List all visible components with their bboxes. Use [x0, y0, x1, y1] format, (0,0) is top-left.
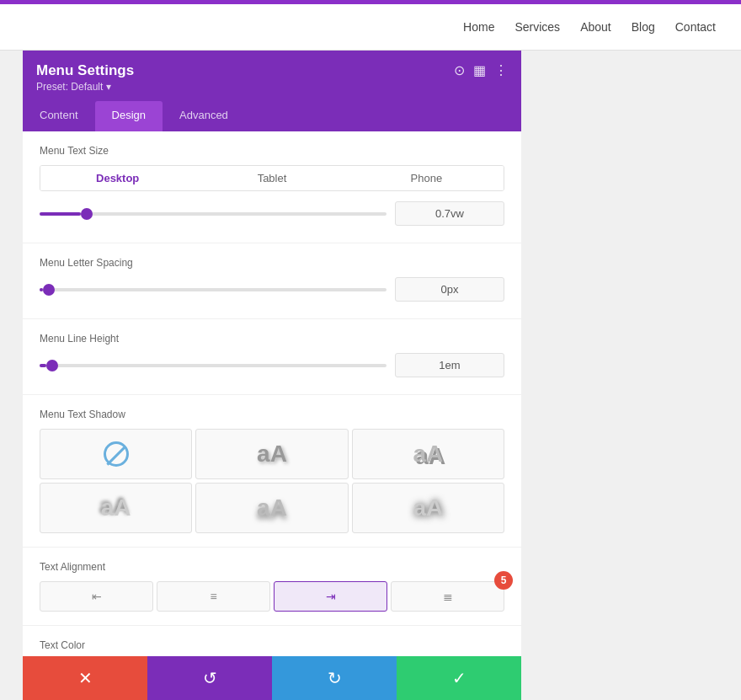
fullscreen-icon[interactable]: ⊙ [454, 62, 465, 78]
top-navigation: Home Services About Blog Contact [0, 4, 741, 51]
text-alignment-label: Text Alignment [40, 561, 504, 573]
nav-links: Home Services About Blog Contact [463, 20, 716, 34]
align-center[interactable]: ≡ [157, 581, 270, 612]
text-size-slider-thumb[interactable] [81, 208, 93, 220]
letter-spacing-section: Menu Letter Spacing 0px [23, 243, 521, 319]
alignment-badge: 5 [494, 571, 513, 590]
shadow-text-4: aA [257, 494, 287, 521]
letter-spacing-slider-row: 0px [40, 277, 504, 302]
shadow-text-5: aA [413, 494, 443, 521]
text-size-slider-fill [40, 212, 81, 216]
text-size-value[interactable]: 0.7vw [395, 201, 504, 226]
text-color-label: Text Color [40, 639, 504, 651]
panel-body: Menu Text Size Desktop Tablet Phone 0.7v… [23, 131, 521, 656]
align-right-icon: ⇥ [326, 590, 336, 603]
line-height-slider-row: 1em [40, 353, 504, 377]
shadow-text-2: aA [413, 441, 443, 468]
align-justify-icon: ≣ [443, 590, 453, 603]
accent-bar [0, 0, 741, 4]
shadow-option-5[interactable]: aA [352, 483, 504, 533]
panel-header-icons: ⊙ ▦ ⋮ [454, 62, 508, 78]
letter-spacing-slider-track[interactable] [40, 288, 386, 291]
nav-blog[interactable]: Blog [632, 20, 655, 34]
alignment-options: ⇤ ≡ ⇥ ≣ [40, 581, 504, 612]
shadow-option-none[interactable] [40, 429, 192, 479]
panel-tabs: Content Design Advanced [23, 101, 521, 131]
line-height-thumb[interactable] [46, 360, 58, 371]
shadow-option-2[interactable]: aA [352, 429, 504, 479]
align-center-icon: ≡ [210, 590, 216, 603]
nav-services[interactable]: Services [514, 20, 560, 34]
undo-button[interactable]: ↺ [147, 656, 272, 700]
menu-settings-panel: Menu Settings Preset: Default ▾ ⊙ ▦ ⋮ Co… [23, 51, 521, 700]
shadow-text-1: aA [257, 441, 287, 468]
cancel-button[interactable]: ✕ [23, 656, 147, 700]
line-height-fill [40, 364, 46, 367]
nav-about[interactable]: About [580, 20, 611, 34]
shadow-option-1[interactable]: aA [195, 429, 348, 479]
letter-spacing-label: Menu Letter Spacing [40, 257, 504, 269]
align-right[interactable]: ⇥ [274, 581, 387, 612]
panel-header: Menu Settings Preset: Default ▾ ⊙ ▦ ⋮ [23, 51, 521, 101]
nav-home[interactable]: Home [463, 20, 494, 34]
no-shadow-icon [104, 441, 129, 467]
panel-preset: Preset: Default ▾ [36, 81, 508, 93]
text-color-section: Text Color Dark Light [23, 626, 521, 656]
line-height-slider-track[interactable] [40, 364, 386, 367]
align-left[interactable]: ⇤ [40, 581, 153, 612]
line-height-label: Menu Line Height [40, 333, 504, 345]
bottom-toolbar: ✕ ↺ ↻ ✓ [23, 656, 521, 700]
tab-content[interactable]: Content [23, 101, 95, 131]
nav-contact[interactable]: Contact [675, 20, 716, 34]
align-justify[interactable]: ≣ [391, 581, 504, 612]
alignment-wrapper: ⇤ ≡ ⇥ ≣ 5 [40, 581, 504, 612]
device-tab-phone[interactable]: Phone [349, 166, 504, 190]
redo-button[interactable]: ↻ [272, 656, 397, 700]
undo-icon: ↺ [203, 668, 217, 688]
shadow-text-3: aA [101, 494, 131, 521]
text-alignment-section: Text Alignment ⇤ ≡ ⇥ ≣ 5 [23, 548, 521, 626]
device-tab-tablet[interactable]: Tablet [195, 166, 349, 190]
menu-text-size-section: Menu Text Size Desktop Tablet Phone 0.7v… [23, 131, 521, 243]
device-tab-desktop[interactable]: Desktop [40, 166, 195, 190]
align-left-icon: ⇤ [92, 590, 102, 603]
panel-title: Menu Settings [36, 62, 508, 79]
text-shadow-label: Menu Text Shadow [40, 409, 504, 420]
shadow-option-4[interactable]: aA [195, 483, 348, 533]
tab-design[interactable]: Design [95, 101, 163, 131]
line-height-section: Menu Line Height 1em [23, 319, 521, 395]
confirm-button[interactable]: ✓ [397, 656, 521, 700]
confirm-icon: ✓ [452, 668, 466, 688]
line-height-value[interactable]: 1em [395, 353, 504, 377]
device-tabs: Desktop Tablet Phone [40, 165, 504, 191]
text-size-slider-track[interactable] [40, 212, 386, 216]
text-shadow-section: Menu Text Shadow aA aA aA aA aA [23, 395, 521, 548]
more-icon[interactable]: ⋮ [494, 62, 508, 78]
tab-advanced[interactable]: Advanced [163, 101, 245, 131]
cancel-icon: ✕ [78, 668, 93, 688]
menu-text-size-label: Menu Text Size [40, 145, 504, 157]
letter-spacing-thumb[interactable] [43, 284, 55, 296]
redo-icon: ↻ [328, 668, 342, 688]
shadow-grid: aA aA aA aA aA [40, 429, 504, 533]
text-size-slider-row: 0.7vw [40, 201, 504, 226]
layout-icon[interactable]: ▦ [473, 62, 486, 78]
letter-spacing-value[interactable]: 0px [395, 277, 504, 302]
shadow-option-3[interactable]: aA [40, 483, 192, 533]
